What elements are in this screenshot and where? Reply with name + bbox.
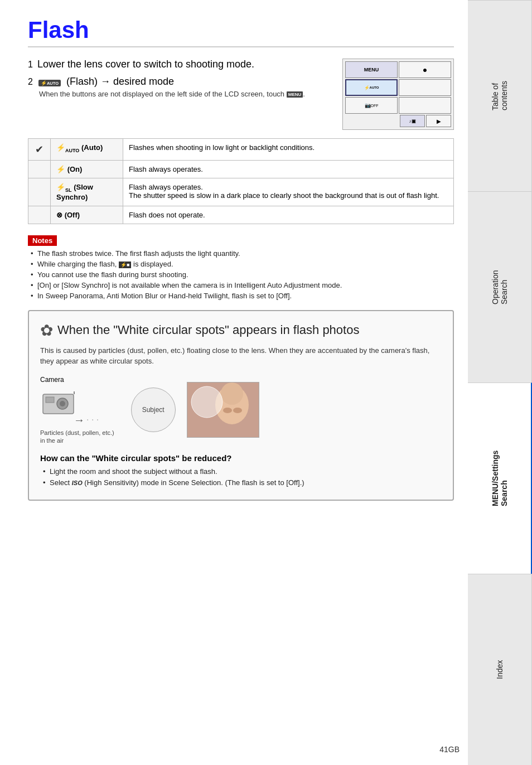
tip-title: ✿ When the "White circular spots" appear…: [40, 321, 442, 340]
tab-label-index: Index: [495, 660, 504, 679]
panel-bottom-row: ♪▣ ▶: [345, 115, 451, 127]
panel-flash: ⚡AUTO: [345, 79, 398, 96]
note-item-5: In Sweep Panorama, Anti Motion Blur or H…: [31, 292, 454, 300]
svg-point-10: [233, 408, 242, 413]
flash-icon-slow: ⚡SL (SlowSynchro): [51, 178, 123, 206]
notes-header: Notes: [28, 235, 57, 246]
diagram-area: Camera → · · · Particles (dust, pollen, …: [40, 376, 442, 445]
subject-label: Subject: [142, 406, 165, 414]
tab-menu-settings-search[interactable]: MENU/SettingsSearch: [468, 382, 532, 574]
checkmark-auto: ✔: [35, 144, 43, 155]
panel-play-icon: ▶: [426, 115, 451, 127]
flash-off-label: ⊗ (Off): [56, 211, 80, 219]
panel-camera-icon: 📷OFF: [345, 97, 398, 114]
flash-row-on: ⚡ (On) Flash always operates.: [28, 161, 454, 178]
tab-index[interactable]: Index: [468, 574, 532, 765]
particles-dots: · · ·: [86, 415, 99, 425]
svg-point-3: [60, 401, 65, 406]
flash-auto-icon: ⚡AUTO: [38, 80, 61, 86]
tab-label-operation: OperationSearch: [491, 270, 509, 304]
flash-slow-label: ⚡SL (SlowSynchro): [56, 183, 93, 201]
step-2: 2 ⚡AUTO (Flash) → desired mode When the …: [28, 76, 331, 98]
step-2-num: 2: [28, 77, 33, 87]
panel-music-icon: ♪▣: [400, 115, 425, 127]
subject-circle: Subject: [131, 388, 176, 432]
note-item-1: The flash strobes twice. The first flash…: [31, 249, 454, 258]
page-title: Flash: [28, 17, 454, 47]
flash-desc-auto: Flashes when shooting in low light or ba…: [123, 139, 454, 161]
iso-icon: ISO: [72, 480, 83, 486]
flash-on-label: ⚡ (On): [56, 165, 82, 173]
camera-panel-diagram: MENU ● ⚡AUTO 📷OFF ♪▣ ▶: [342, 59, 454, 130]
flash-row-slow: ⚡SL (SlowSynchro) Flash always operates.…: [28, 178, 454, 206]
step-2-text: (Flash) → desired mode: [66, 76, 174, 88]
page-number: 41GB: [439, 745, 460, 754]
note-item-3: You cannot use the flash during burst sh…: [31, 270, 454, 279]
flash-row-off: ⊗ (Off) Flash does not operate.: [28, 206, 454, 224]
panel-menu: MENU: [345, 61, 398, 78]
menu-icon: MENU: [287, 91, 303, 98]
diagram-camera-box: Camera → · · · Particles (dust, pollen, …: [40, 376, 114, 445]
tip-title-text: When the "White circular spots" appears …: [57, 323, 359, 337]
svg-rect-4: [74, 391, 75, 394]
photo-result: [187, 382, 259, 438]
step-2-line: 2 ⚡AUTO (Flash) → desired mode: [28, 76, 331, 88]
how-to-section: How can the "White circular spots" be re…: [40, 453, 442, 487]
camera-panel-box: MENU ● ⚡AUTO 📷OFF ♪▣ ▶: [342, 59, 454, 130]
step-1-line: 1 Lower the lens cover to switch to shoo…: [28, 59, 331, 70]
flash-check-slow: [28, 178, 51, 206]
flash-table: ✔ ⚡AUTO (Auto) Flashes when shooting in …: [28, 138, 454, 224]
particles-arrow: → · · ·: [74, 414, 99, 427]
right-sidebar: Table ofcontents OperationSearch MENU/Se…: [468, 0, 532, 765]
camera-panel-grid: MENU ● ⚡AUTO 📷OFF: [345, 61, 451, 114]
tab-operation-search[interactable]: OperationSearch: [468, 191, 532, 382]
tab-label-toc: Table ofcontents: [491, 81, 509, 111]
flash-desc-on: Flash always operates.: [123, 161, 454, 178]
panel-empty: [399, 79, 451, 96]
svg-point-8: [191, 386, 223, 418]
step-2-sub: When the buttons are not displayed on th…: [39, 90, 331, 98]
photo-svg: [187, 382, 259, 438]
how-to-item-2: Select ISO (High Sensitivity) mode in Sc…: [43, 478, 442, 487]
flash-icon-off: ⊗ (Off): [51, 206, 123, 224]
how-to-list: Light the room and shoot the subject wit…: [40, 467, 442, 487]
how-to-title: How can the "White circular spots" be re…: [40, 453, 442, 463]
note-item-4: [On] or [Slow Synchro] is not available …: [31, 281, 454, 289]
svg-rect-1: [46, 397, 54, 403]
tip-body: This is caused by particles (dust, polle…: [40, 345, 442, 367]
flash-desc-off: Flash does not operate.: [123, 206, 454, 224]
note-item-2: While charging the flash, ⚡■ is displaye…: [31, 260, 454, 268]
panel-play: [399, 97, 451, 114]
step-1: 1 Lower the lens cover to switch to shoo…: [28, 59, 331, 70]
steps-text: 1 Lower the lens cover to switch to shoo…: [28, 59, 331, 104]
tip-section: ✿ When the "White circular spots" appear…: [28, 310, 454, 501]
tab-label-menu: MENU/SettingsSearch: [491, 451, 509, 506]
flash-desc-slow: Flash always operates. The shutter speed…: [123, 178, 454, 206]
step-1-text: Lower the lens cover to switch to shooti…: [37, 59, 254, 70]
tab-table-of-contents[interactable]: Table ofcontents: [468, 0, 532, 191]
flash-row-auto: ✔ ⚡AUTO (Auto) Flashes when shooting in …: [28, 139, 454, 161]
flash-icon-auto: ⚡AUTO (Auto): [51, 139, 123, 161]
svg-point-7: [221, 382, 243, 405]
step-1-num: 1: [28, 60, 33, 70]
panel-circle: ●: [399, 61, 451, 78]
subject-container: Subject: [131, 388, 176, 432]
main-content: Flash 1 Lower the lens cover to switch t…: [17, 0, 465, 523]
flash-check-on: [28, 161, 51, 178]
notes-list: The flash strobes twice. The first flash…: [28, 249, 454, 300]
tip-icon: ✿: [40, 321, 53, 340]
particles-label: Particles (dust, pollen, etc.)in the air: [40, 429, 114, 445]
flash-icon-on: ⚡ (On): [51, 161, 123, 178]
flash-check-auto: ✔: [28, 139, 51, 161]
how-to-item-1: Light the room and shoot the subject wit…: [43, 467, 442, 476]
notes-box: Notes The flash strobes twice. The first…: [28, 235, 454, 300]
charging-icon: ⚡■: [119, 262, 131, 268]
right-arrow: →: [74, 414, 85, 427]
steps-area: 1 Lower the lens cover to switch to shoo…: [28, 59, 454, 130]
svg-point-9: [223, 408, 232, 413]
flash-check-off: [28, 206, 51, 224]
camera-label: Camera: [40, 376, 64, 384]
flash-auto-label: ⚡AUTO (Auto): [56, 143, 103, 152]
